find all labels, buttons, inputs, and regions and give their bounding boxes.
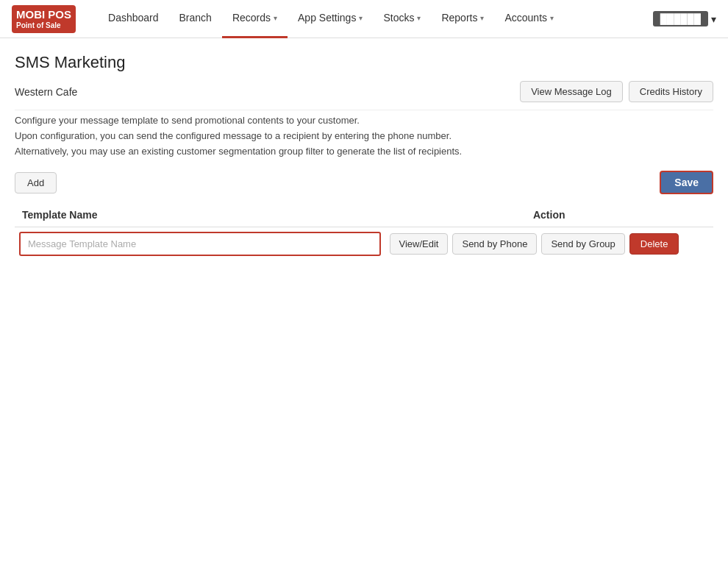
records-caret-icon: ▾ [274,14,277,22]
page-title: SMS Marketing [15,53,713,72]
top-buttons: View Message Log Credits History [520,81,713,102]
nav-item-records[interactable]: Records ▾ [222,0,288,38]
template-name-input[interactable] [19,232,381,256]
reports-caret-icon: ▾ [480,14,484,22]
send-by-phone-button[interactable]: Send by Phone [452,233,537,255]
credits-history-button[interactable]: Credits History [629,81,713,102]
toolbar-row: Add Save [15,171,713,194]
template-name-cell [15,227,385,261]
nav-item-app-settings[interactable]: App Settings ▾ [288,0,373,38]
action-cell: View/Edit Send by Phone Send by Group De… [385,227,714,261]
delete-button[interactable]: Delete [629,233,679,255]
logo-box: MOBI POS Point of Sale [12,5,76,33]
add-button[interactable]: Add [15,172,57,193]
accounts-caret-icon: ▾ [550,14,554,22]
table-row: View/Edit Send by Phone Send by Group De… [15,227,713,261]
nav-user[interactable]: ██████ ▾ [653,11,716,26]
nav-item-reports[interactable]: Reports ▾ [431,0,494,38]
user-caret-icon: ▾ [711,13,716,25]
action-buttons: View/Edit Send by Phone Send by Group De… [390,233,710,255]
branch-name: Western Cafe [15,86,77,98]
top-row: Western Cafe View Message Log Credits Hi… [15,81,713,102]
user-name: ██████ [653,11,708,26]
nav-item-branch[interactable]: Branch [169,0,222,38]
navbar: MOBI POS Point of Sale Dashboard Branch … [0,0,728,38]
nav-item-accounts[interactable]: Accounts ▾ [494,0,564,38]
view-edit-button[interactable]: View/Edit [390,233,449,255]
nav-items: Dashboard Branch Records ▾ App Settings … [98,0,653,38]
stocks-caret-icon: ▾ [417,14,421,22]
desc-line-2: Upon configuration, you can send the con… [15,129,713,144]
view-message-log-button[interactable]: View Message Log [520,81,623,102]
table-header-row: Template Name Action [15,203,713,227]
nav-item-dashboard[interactable]: Dashboard [98,0,169,38]
desc-line-3: Alternatively, you may use an existing c… [15,144,713,160]
template-table: Template Name Action View/Edit Send by P… [15,203,713,260]
page-content: SMS Marketing Western Cafe View Message … [0,38,728,275]
divider [15,110,713,110]
nav-item-stocks[interactable]: Stocks ▾ [373,0,431,38]
logo-subtitle: Point of Sale [16,21,71,30]
desc-line-1: Configure your message template to send … [15,113,713,129]
description: Configure your message template to send … [15,113,713,159]
col-action: Action [385,203,714,227]
save-button[interactable]: Save [660,171,713,194]
logo: MOBI POS Point of Sale [12,5,80,33]
col-template-name: Template Name [15,203,385,227]
app-settings-caret-icon: ▾ [359,14,363,22]
send-by-group-button[interactable]: Send by Group [541,233,624,255]
logo-brand: MOBI POS [16,8,71,21]
